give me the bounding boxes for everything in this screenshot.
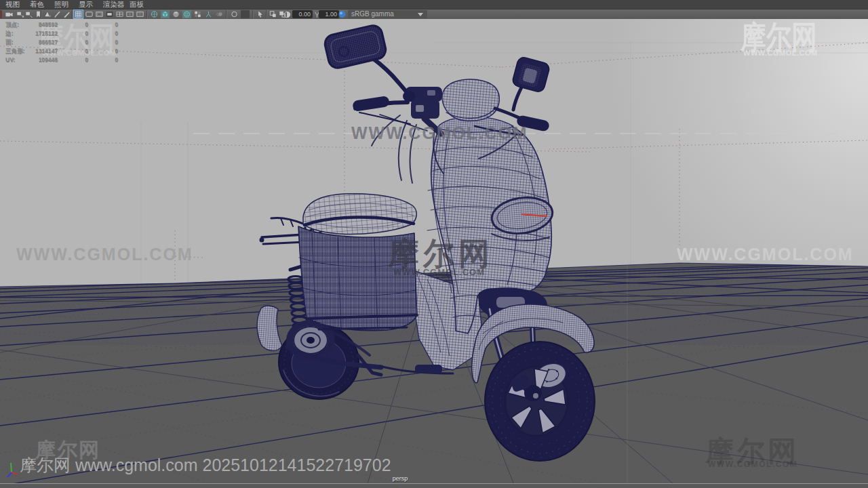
hud-label: 顶点: <box>5 21 19 29</box>
camera-attrs-icon[interactable] <box>24 10 33 18</box>
select-camera-icon[interactable] <box>5 10 14 18</box>
panel-toolbar: 0.00 1.00 sRGB gamma <box>0 9 868 19</box>
field-chart-icon[interactable] <box>115 10 124 18</box>
watermark-site-center: WWW.CGMOL.COM <box>351 123 528 143</box>
exposure-icon[interactable] <box>283 11 291 18</box>
ao-icon[interactable] <box>204 10 213 18</box>
watermark-site-bottomright: WWW.CGMOL.COM <box>708 460 797 469</box>
wireframe-mode-icon[interactable] <box>150 10 159 18</box>
multisample-icon[interactable] <box>230 10 239 18</box>
window-bottom-strip <box>0 483 868 488</box>
maya-viewport-window: 摩尔网 WWW.CGMOL.COM 摩尔网 WWW.CGMOL.COM WWW.… <box>0 0 868 488</box>
image-plane-icon[interactable] <box>43 10 52 18</box>
pan-zoom-icon[interactable] <box>16 10 24 18</box>
watermark-site-right: WWW.CGMOL.COM <box>677 245 854 264</box>
shadows-icon[interactable] <box>193 10 202 18</box>
gamma-field[interactable]: 1.00 <box>319 10 339 18</box>
bottom-watermark-text: 摩尔网 www.cgmol.com 20251012141522719702 <box>20 454 391 476</box>
view-transform-ball-icon[interactable] <box>338 10 347 18</box>
menu-panels[interactable]: 面板 <box>130 0 144 9</box>
watermark-site-center2: WWW.CGMOL.COM <box>393 267 485 277</box>
watermark-site-left: WWW.CGMOL.COM <box>16 245 193 264</box>
watermark-site-topright: WWW.CGMOL.COM <box>743 49 818 57</box>
menu-shading[interactable]: 着色 <box>30 0 44 9</box>
grid-display-button[interactable] <box>74 10 83 18</box>
seat <box>303 194 416 235</box>
center-stand-foot <box>415 365 442 373</box>
menu-renderer[interactable]: 渲染器 <box>103 0 125 9</box>
resolution-gate-icon[interactable] <box>95 10 104 18</box>
front-wheel <box>485 342 595 461</box>
motion-blur-icon[interactable] <box>215 10 224 18</box>
safe-title-icon[interactable] <box>136 10 144 18</box>
pressed-toggle[interactable] <box>241 10 250 18</box>
brush-icon[interactable] <box>53 10 62 18</box>
pencil-icon[interactable] <box>62 10 71 18</box>
use-all-lights-icon[interactable] <box>182 10 191 18</box>
toolbar-left-marker <box>0 10 2 18</box>
film-gate-icon[interactable] <box>85 10 94 18</box>
panel-menu-bar: 视图 着色 照明 显示 渲染器 面板 <box>0 0 868 9</box>
exposure-field[interactable]: 0.00 <box>292 10 313 18</box>
safe-action-icon[interactable] <box>125 10 134 18</box>
dropdown-arrow-icon[interactable] <box>418 13 423 16</box>
gate-mask-icon[interactable] <box>105 10 114 18</box>
menu-view[interactable]: 视图 <box>5 0 20 9</box>
select-tool-icon[interactable] <box>256 10 264 18</box>
camera-name-label: persp <box>385 475 415 482</box>
menu-lighting[interactable]: 照明 <box>54 0 68 9</box>
isolate-select-icon[interactable] <box>269 10 277 18</box>
shaded-mode-icon[interactable] <box>161 10 170 18</box>
textured-mode-icon[interactable] <box>172 10 180 18</box>
menu-show[interactable]: 显示 <box>79 0 93 9</box>
view-transform-dropdown[interactable]: sRGB gamma <box>348 10 427 18</box>
